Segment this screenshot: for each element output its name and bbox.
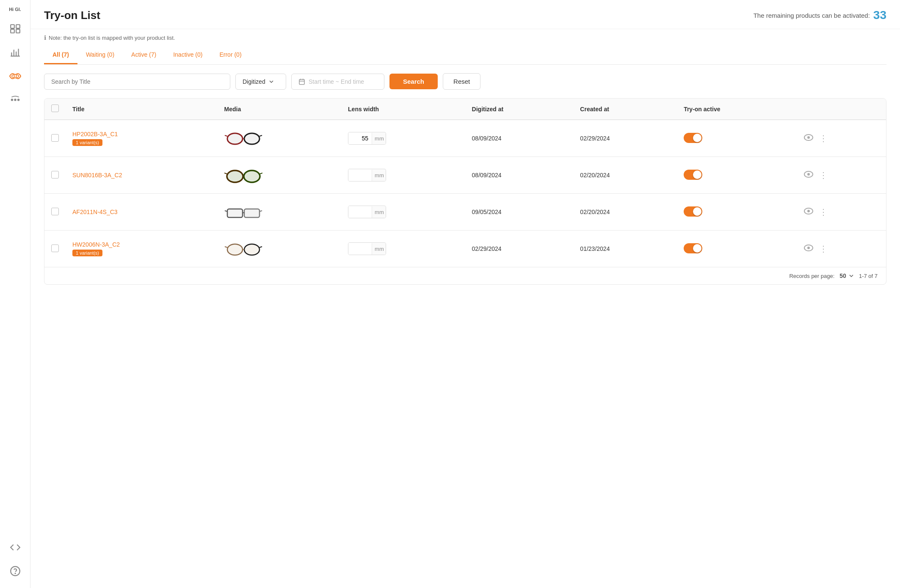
product-table: Title Media Lens width Digitized at Crea… [44, 98, 886, 285]
svg-line-30 [224, 173, 227, 174]
row-toggle[interactable] [677, 194, 797, 231]
date-range-picker[interactable]: Start time ~ End time [291, 74, 384, 90]
row-created-at: 02/29/2024 [573, 120, 677, 157]
row-digitized-at: 02/29/2024 [465, 231, 574, 267]
reset-button[interactable]: Reset [443, 73, 480, 90]
sidebar-item-layers[interactable] [5, 19, 25, 39]
variant-badge: 1 variant(s) [72, 139, 102, 146]
row-lens-width: mm [341, 231, 465, 267]
tab-active[interactable]: Active (7) [123, 46, 165, 64]
lens-width-field[interactable] [348, 169, 372, 181]
tab-bar: All (7) Waiting (0) Active (7) Inactive … [44, 46, 886, 65]
svg-point-13 [17, 99, 19, 100]
svg-point-12 [14, 99, 16, 100]
row-lens-width: mm [341, 157, 465, 194]
lens-input[interactable]: mm [348, 132, 386, 145]
svg-rect-0 [11, 25, 14, 28]
tab-waiting[interactable]: Waiting (0) [77, 46, 123, 64]
svg-point-20 [227, 133, 243, 144]
tryon-toggle[interactable] [684, 206, 702, 217]
tab-all[interactable]: All (7) [44, 46, 77, 64]
per-page-select[interactable]: 50 [839, 272, 854, 279]
lens-unit: mm [372, 170, 386, 181]
lens-width-field[interactable] [348, 206, 372, 218]
row-checkbox[interactable] [44, 231, 66, 267]
lens-unit: mm [372, 206, 386, 218]
view-icon[interactable] [804, 134, 816, 143]
search-button[interactable]: Search [389, 74, 438, 89]
svg-point-40 [807, 210, 810, 212]
svg-line-24 [260, 135, 262, 136]
svg-point-26 [807, 136, 810, 139]
svg-point-10 [16, 75, 19, 77]
row-title: HW2006N-3A_C2 1 variant(s) [66, 231, 218, 267]
row-media [218, 194, 342, 231]
header-actions-col [797, 99, 886, 120]
row-actions: ⋮ [797, 120, 886, 157]
view-icon[interactable] [804, 207, 816, 217]
row-toggle[interactable] [677, 120, 797, 157]
table-row: HP2002B-3A_C1 1 variant(s) mm 08/09/2024… [44, 120, 886, 157]
sidebar-item-code[interactable] [5, 537, 25, 558]
row-checkbox[interactable] [44, 157, 66, 194]
select-all-checkbox[interactable] [51, 104, 59, 112]
svg-line-45 [260, 247, 262, 247]
more-actions-icon[interactable]: ⋮ [819, 244, 828, 253]
header-title-col: Title [66, 99, 218, 120]
lens-width-field[interactable] [348, 243, 372, 255]
search-input[interactable] [44, 74, 230, 90]
sidebar-item-tryon[interactable] [5, 66, 25, 86]
row-media [218, 231, 342, 267]
remaining-label: The remaining products can be activated: [754, 12, 870, 19]
tryon-toggle[interactable] [684, 170, 702, 180]
sidebar-item-dots[interactable] [5, 90, 25, 110]
svg-point-42 [244, 244, 260, 255]
svg-point-47 [807, 247, 810, 249]
row-digitized-at: 08/09/2024 [465, 120, 574, 157]
sidebar-item-help[interactable] [5, 561, 25, 581]
tryon-toggle[interactable] [684, 243, 702, 253]
svg-line-44 [225, 247, 227, 247]
row-actions: ⋮ [797, 231, 886, 267]
tryon-toggle[interactable] [684, 133, 702, 143]
svg-rect-16 [299, 79, 304, 84]
glasses-image [224, 128, 262, 149]
view-icon[interactable] [804, 244, 816, 253]
lens-input[interactable]: mm [348, 242, 386, 255]
row-toggle[interactable] [677, 157, 797, 194]
chevron-down-icon [269, 79, 274, 84]
sidebar: Hi Gl. [0, 0, 30, 588]
remaining-count: 33 [873, 8, 886, 22]
svg-point-28 [244, 170, 260, 182]
chevron-down-icon [849, 273, 854, 278]
header-tryon-col: Try-on active [677, 99, 797, 120]
pagination-info: 1-7 of 7 [859, 273, 878, 279]
svg-rect-1 [16, 25, 20, 28]
lens-input[interactable]: mm [348, 206, 386, 218]
more-actions-icon[interactable]: ⋮ [819, 170, 828, 180]
view-icon[interactable] [804, 170, 816, 180]
table-header-row: Title Media Lens width Digitized at Crea… [44, 99, 886, 120]
digitized-dropdown[interactable]: Digitized [235, 74, 286, 90]
row-checkbox[interactable] [44, 194, 66, 231]
row-toggle[interactable] [677, 231, 797, 267]
lens-width-field[interactable] [348, 132, 372, 144]
lens-unit: mm [372, 243, 386, 255]
row-title: HP2002B-3A_C1 1 variant(s) [66, 120, 218, 157]
table-row: SUN8016B-3A_C2 mm 08/09/2024 02/20/2024 [44, 157, 886, 194]
row-checkbox[interactable] [44, 120, 66, 157]
tab-error[interactable]: Error (0) [211, 46, 250, 64]
more-actions-icon[interactable]: ⋮ [819, 207, 828, 217]
tab-inactive[interactable]: Inactive (0) [165, 46, 211, 64]
header-created-col: Created at [573, 99, 677, 120]
glasses-image [224, 165, 262, 186]
table-row: AF2011N-4S_C3 mm 09/05/2024 02/20/2024 [44, 194, 886, 231]
more-actions-icon[interactable]: ⋮ [819, 134, 828, 143]
row-digitized-at: 08/09/2024 [465, 157, 574, 194]
header-media-col: Media [218, 99, 342, 120]
row-created-at: 02/20/2024 [573, 157, 677, 194]
header-lens-col: Lens width [341, 99, 465, 120]
lens-input[interactable]: mm [348, 169, 386, 181]
header-right: The remaining products can be activated:… [754, 8, 886, 22]
sidebar-item-analytics[interactable] [5, 42, 25, 63]
